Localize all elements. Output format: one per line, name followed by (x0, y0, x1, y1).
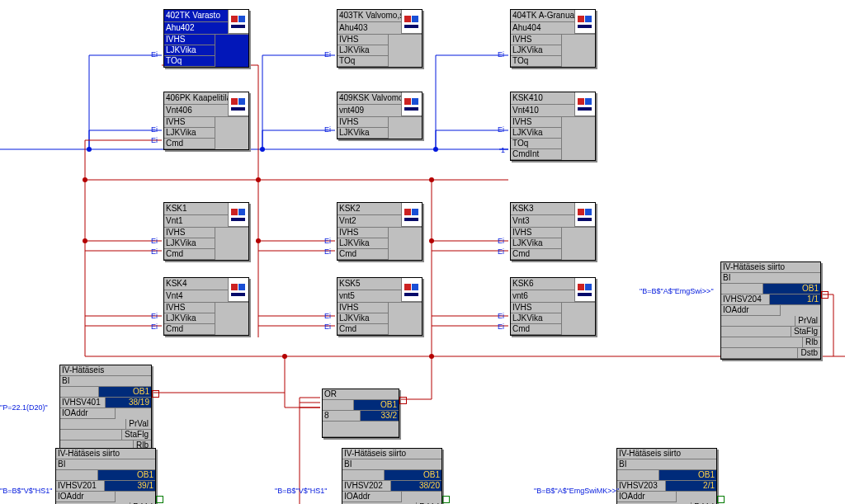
io-type: BI (56, 459, 155, 470)
row-ivhs: IVHS (338, 303, 389, 313)
io-title: IV-Hätäseis siirto (342, 449, 441, 459)
row-ivhs: IVHS (164, 303, 215, 313)
pin-ei: Ei (498, 247, 504, 256)
io-port: Rlb (721, 337, 820, 348)
io-block-ivhsv202[interactable]: IV-Hätäseis siirto BI OB1 IVHSV20238/20 … (342, 448, 442, 504)
out-pin (442, 496, 450, 503)
svg-rect-61 (231, 98, 238, 105)
row-cmd: Cmd (164, 249, 215, 260)
svg-rect-95 (578, 293, 592, 296)
io-name: IVHSV203 (617, 481, 666, 491)
block-ksk5[interactable]: KSK5 vnt5 IVHS LJKVika Cmd (337, 277, 422, 336)
or-block[interactable]: OR OB1 833/2 (322, 389, 399, 438)
svg-rect-57 (578, 16, 584, 22)
io-title: IV-Hätäseis siirto (617, 449, 716, 459)
row-ivhs: IVHS (164, 117, 215, 128)
svg-rect-82 (585, 209, 592, 215)
io-addr: IOAddr (721, 305, 781, 316)
block-406pk[interactable]: 406PK Kaapelitila Vnt406 IVHS LJKVika Cm… (163, 92, 249, 150)
io-addr: IOAddr (342, 492, 402, 502)
io-ob-row: OB1 (60, 387, 151, 398)
row-ljkvika: LJKVika (511, 313, 562, 324)
ahu-icon (574, 92, 595, 116)
row-ivhs: IVHS (164, 228, 215, 238)
io-port: StaFlg (721, 327, 820, 337)
io-name: IVHSV201 (56, 481, 105, 491)
block-403tk[interactable]: 403TK Valvomo,sos Ahu403 IVHS LJKVika TO… (337, 9, 422, 68)
io-addr: IOAddr (56, 492, 116, 502)
pin-ei: Ei (151, 237, 158, 245)
row-ljkvika: LJKVika (164, 238, 215, 249)
node (83, 177, 87, 182)
svg-rect-51 (231, 25, 245, 28)
svg-rect-49 (231, 16, 238, 22)
svg-rect-55 (404, 25, 418, 28)
svg-rect-79 (404, 218, 418, 221)
ext-label: "B=B$"V$"HS1" (275, 487, 328, 495)
row-toq: TOq (164, 56, 215, 67)
block-ksk3[interactable]: KSK3 Vnt3 IVHS LJKVika Cmd (510, 202, 596, 261)
block-ksk2[interactable]: KSK2 Vnt2 IVHS LJKVika Cmd (337, 202, 422, 261)
svg-rect-63 (231, 107, 245, 111)
ahu-icon (228, 203, 248, 227)
row-ivhs: IVHS (338, 228, 389, 238)
io-block-ivhsv201[interactable]: IV-Hätäseis siirto BI OB1 IVHSV20139/1 I… (55, 448, 156, 504)
or-body (323, 422, 399, 437)
row-ivhs: IVHS (338, 117, 389, 128)
io-title: IV-Hätäseis siirto (56, 449, 155, 459)
or-title: OR (323, 389, 399, 400)
io-name: IVHSV202 (342, 481, 391, 491)
row-ivhs: IVHS (338, 35, 389, 45)
io-val: 2/1 (666, 481, 716, 491)
pin-ei: Ei (324, 50, 331, 59)
node (429, 177, 434, 182)
block-ksk4[interactable]: KSK4 Vnt4 IVHS LJKVika Cmd (163, 277, 249, 336)
row-ivhs: IVHS (511, 117, 562, 128)
block-404tk[interactable]: 404TK A-Granuaatto Ahu404 IVHS LJKVika T… (510, 9, 596, 68)
block-ksk1[interactable]: KSK1 Vnt1 IVHS LJKVika Cmd (163, 202, 249, 261)
io-port: PrVal (60, 419, 151, 430)
row-toq: TOq (511, 56, 562, 67)
row-ljkvika: LJKVika (338, 128, 389, 139)
svg-rect-78 (412, 209, 418, 215)
row-cmdint: CmdInt (511, 149, 562, 160)
pin-ei: Ei (324, 125, 331, 134)
io-block-ivhsv204[interactable]: IV-Hätäseis siirto BI OB1 IVHSV2041/1 IO… (720, 261, 821, 360)
diagram-canvas[interactable]: { "pins": { "ei": "Ei", "one":"1" }, "ai… (0, 0, 845, 504)
row-ljkvika: LJKVika (511, 128, 562, 139)
block-402tk[interactable]: 402TK Varasto Ahu402 IVHS LJKVika TOq (163, 9, 249, 68)
svg-rect-93 (578, 284, 584, 290)
row-ljkvika: LJKVika (164, 128, 215, 139)
row-cmd: Cmd (338, 324, 389, 335)
svg-rect-87 (231, 293, 245, 296)
row-ivhs: IVHS (164, 35, 215, 45)
io-block-ivhsv203[interactable]: IV-Hätäseis siirto BI OB1 IVHSV2032/1 IO… (616, 448, 717, 504)
pin-one: 1 (501, 146, 505, 154)
row-ljkvika: LJKVika (164, 313, 215, 324)
node (282, 354, 287, 359)
block-409ksk[interactable]: 409KSK Valvomo 3a vnt409 IVHS LJKVika (337, 92, 422, 139)
io-port: PrVal (721, 316, 820, 327)
pin-ei: Ei (498, 125, 504, 134)
svg-rect-50 (238, 16, 245, 22)
row-toq: TOq (338, 56, 389, 67)
io-type: BI (60, 376, 151, 387)
svg-rect-71 (578, 107, 592, 111)
node (87, 147, 92, 152)
io-ob-row: OB1 (342, 470, 441, 481)
pin-ei: Ei (151, 247, 158, 256)
svg-rect-67 (404, 107, 418, 111)
pin-ei: Ei (151, 125, 158, 134)
pin-ei: Ei (324, 312, 331, 320)
row-cmd: Cmd (511, 249, 562, 260)
block-ksk410[interactable]: KSK410 Vnt410 IVHS LJKVika TOq CmdInt (510, 92, 596, 161)
block-ksk6[interactable]: KSK6 vnt6 IVHS LJKVika Cmd (510, 277, 596, 336)
ahu-icon (574, 278, 595, 302)
node (429, 238, 434, 243)
io-ob: OB1 (98, 387, 151, 397)
svg-rect-65 (404, 98, 411, 105)
svg-rect-75 (231, 218, 245, 221)
pin-ei: Ei (151, 323, 158, 331)
pin-ei: Ei (324, 323, 331, 331)
ahu-icon (574, 10, 595, 34)
